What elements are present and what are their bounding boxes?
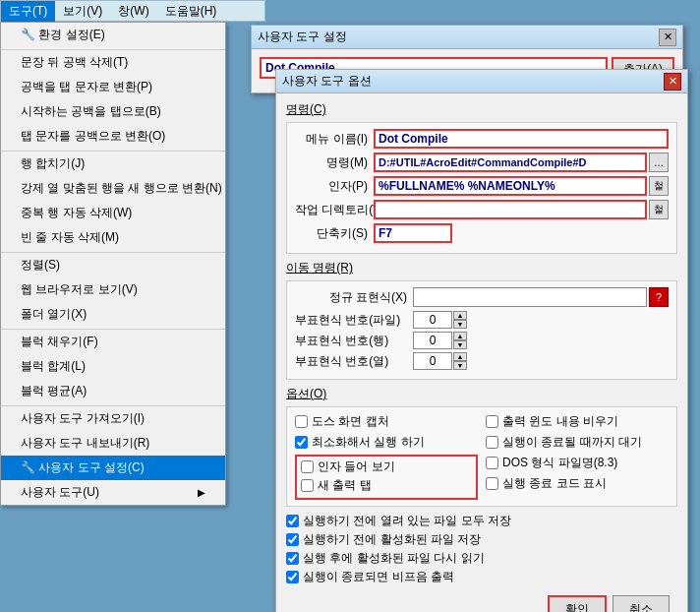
menu-item-leading-space[interactable]: 시작하는 공백을 탭으로(B)	[1, 99, 225, 124]
dialog-footer: 확인 취소	[286, 591, 677, 612]
spinner-col-down[interactable]: ▼	[453, 361, 467, 370]
menu-window[interactable]: 창(W)	[110, 1, 156, 22]
field-command: 명령(M) …	[295, 153, 669, 172]
field-command-label: 명령(M)	[295, 154, 374, 171]
menu-help[interactable]: 도움말(H)	[157, 1, 225, 22]
options-grid: 도스 화면 캡처 출력 윈도 내용 비우기 최소화해서 실행 하기 실행이 종료…	[295, 413, 669, 500]
option-input-args: 인자 들어 보기	[301, 459, 472, 475]
menu-item-unwrap[interactable]: 강제 열 맞춤된 행을 새 행으로 변환(N)	[1, 176, 225, 201]
workdir-browse-button[interactable]: 철	[649, 200, 669, 219]
spinner-line-input[interactable]	[413, 332, 452, 349]
spinner-file-input[interactable]	[413, 311, 452, 329]
field-args-input[interactable]	[374, 176, 647, 196]
check-save-all-before: 실행하기 전에 열려 있는 파일 모두 저장	[286, 513, 677, 529]
section-command-title: 명령(C)	[286, 101, 677, 118]
cancel-button[interactable]: 취소	[612, 595, 670, 612]
spinner-col-label: 부표현식 번호(열)	[295, 353, 413, 370]
command-browse-button[interactable]: …	[649, 153, 669, 172]
clear-output-checkbox[interactable]	[486, 415, 498, 428]
menu-item-tool-settings[interactable]: 🔧 사용자 도구 설정(C)	[1, 456, 225, 480]
args-browse-button[interactable]: 철	[649, 176, 669, 196]
menu-tool[interactable]: 도구(T)	[1, 1, 55, 22]
menu-item-block-sum[interactable]: 블럭 합계(L)	[1, 354, 225, 379]
field-workdir-input[interactable]	[374, 200, 647, 219]
option-dos-screen: 도스 화면 캡처	[295, 413, 478, 430]
move-section: 정규 표현식(X) ? 부표현식 번호(파일) ▲ ▼ 부표현식 번호(행) ▲	[286, 280, 677, 380]
spinner-file-label: 부표현식 번호(파일)	[295, 312, 413, 329]
spinner-line-up[interactable]: ▲	[453, 332, 467, 340]
input-args-label: 인자 들어 보기	[318, 459, 395, 475]
regex-help-button[interactable]: ?	[649, 287, 669, 307]
right-options: DOS 형식 파일명(8.3) 실행 종료 코드 표시	[486, 455, 669, 500]
spinner-file-down[interactable]: ▼	[453, 320, 467, 329]
spinner-line-buttons: ▲ ▼	[453, 332, 467, 349]
red-box-options: 인자 들어 보기 새 출력 탭	[295, 455, 478, 500]
save-active-before-checkbox[interactable]	[286, 533, 299, 546]
menu-item-remove-dup[interactable]: 중복 행 자동 삭제(W)	[1, 201, 225, 225]
input-args-checkbox[interactable]	[301, 460, 314, 473]
spinner-file-buttons: ▲ ▼	[453, 311, 467, 329]
field-regex: 정규 표현식(X) ?	[295, 287, 669, 307]
menu-item-browser[interactable]: 웹 브라우저로 보기(V)	[1, 277, 225, 302]
dos-filename-checkbox[interactable]	[486, 457, 498, 469]
minimize-run-checkbox[interactable]	[295, 436, 308, 449]
check-reload-after: 실행 후에 활성화된 파일 다시 읽기	[286, 550, 677, 567]
menu-item-remove-empty[interactable]: 빈 줄 자동 삭제(M)	[1, 225, 225, 250]
spinner-file-up[interactable]: ▲	[453, 311, 467, 320]
option-new-output-tab: 새 출력 탭	[301, 477, 472, 494]
menu-item-settings[interactable]: 🔧 환경 설정(E)	[1, 23, 225, 47]
wait-end-label: 실행이 종료될 때까지 대기	[502, 434, 642, 451]
menu-item-sort[interactable]: 정렬(S)	[1, 252, 225, 277]
spinner-col-up[interactable]: ▲	[453, 352, 467, 361]
option-wait-end: 실행이 종료될 때까지 대기	[486, 434, 669, 451]
field-command-input[interactable]	[374, 153, 647, 172]
menu-item-block-avg[interactable]: 블럭 평균(A)	[1, 379, 225, 403]
spinner-col-buttons: ▲ ▼	[453, 352, 467, 370]
reload-after-checkbox[interactable]	[286, 552, 299, 565]
beep-on-end-checkbox[interactable]	[286, 571, 299, 583]
field-args: 인자(P) 철	[295, 176, 669, 196]
option-show-exit-code: 실행 종료 코드 표시	[486, 475, 669, 492]
save-all-before-label: 실행하기 전에 열려 있는 파일 모두 저장	[303, 513, 511, 529]
dialog-outer-close-button[interactable]: ✕	[659, 29, 676, 46]
menu-item-trailing-space[interactable]: 문장 뒤 공백 삭제(T)	[1, 49, 225, 75]
minimize-run-label: 최소화해서 실행 하기	[312, 434, 425, 451]
field-shortcut-input[interactable]	[374, 223, 452, 243]
menu-item-fill-block[interactable]: 블럭 채우기(F)	[1, 329, 225, 354]
option-minimize-run: 최소화해서 실행 하기	[295, 434, 478, 451]
option-dos-filename: DOS 형식 파일명(8.3)	[486, 455, 669, 471]
dialog-outer-titlebar: 사용자 도구 설정 ✕	[252, 26, 682, 49]
menu-item-import-tools[interactable]: 사용자 도구 가져오기(I)	[1, 405, 225, 431]
spinner-col-input[interactable]	[413, 352, 452, 370]
menu-item-space-to-tab[interactable]: 공백을 탭 문자로 변환(P)	[1, 75, 225, 99]
field-regex-input[interactable]	[413, 287, 647, 307]
dos-screen-checkbox[interactable]	[295, 415, 308, 428]
menu-item-open-folder[interactable]: 폴더 열기(X)	[1, 302, 225, 327]
field-workdir: 작업 디렉토리(W) 철	[295, 200, 669, 219]
field-regex-label: 정규 표현식(X)	[295, 289, 413, 306]
bottom-checks: 실행하기 전에 열려 있는 파일 모두 저장 실행하기 전에 활성화된 파일 저…	[286, 513, 677, 585]
show-exit-code-checkbox[interactable]	[486, 477, 498, 490]
menu-item-user-tools[interactable]: 사용자 도구(U) ▶	[1, 480, 225, 505]
menu-item-export-tools[interactable]: 사용자 도구 내보내기(R)	[1, 431, 225, 456]
wait-end-checkbox[interactable]	[486, 436, 498, 449]
beep-on-end-label: 실행이 종료되면 비프음 출력	[303, 569, 454, 585]
field-menu-name-input[interactable]	[374, 129, 669, 149]
save-all-before-checkbox[interactable]	[286, 515, 299, 527]
menu-item-merge-lines[interactable]: 행 합치기(J)	[1, 151, 225, 176]
dialog-inner-close-button[interactable]: ✕	[664, 73, 681, 91]
command-field-group: 메뉴 이름(I) 명령(M) … 인자(P) 철 작업 디렉토리(W) 철	[286, 122, 677, 254]
dropdown-menu: 🔧 환경 설정(E) 문장 뒤 공백 삭제(T) 공백을 탭 문자로 변환(P)…	[0, 22, 226, 506]
spinner-col: 부표현식 번호(열) ▲ ▼	[295, 352, 669, 370]
reload-after-label: 실행 후에 활성화된 파일 다시 읽기	[303, 550, 485, 567]
dialog-inner-titlebar: 사용자 도구 옵션 ✕	[276, 70, 687, 93]
spinner-line-down[interactable]: ▼	[453, 340, 467, 349]
confirm-button[interactable]: 확인	[548, 595, 607, 612]
spinner-line: 부표현식 번호(행) ▲ ▼	[295, 332, 669, 349]
check-save-active-before: 실행하기 전에 활성화된 파일 저장	[286, 531, 677, 548]
options-section: 도스 화면 캡처 출력 윈도 내용 비우기 최소화해서 실행 하기 실행이 종료…	[286, 406, 677, 507]
menu-view[interactable]: 보기(V)	[55, 1, 110, 22]
menu-item-tab-to-space[interactable]: 탭 문자를 공백으로 변환(O)	[1, 124, 225, 149]
new-output-tab-checkbox[interactable]	[301, 479, 314, 492]
save-active-before-label: 실행하기 전에 활성화된 파일 저장	[303, 531, 481, 548]
